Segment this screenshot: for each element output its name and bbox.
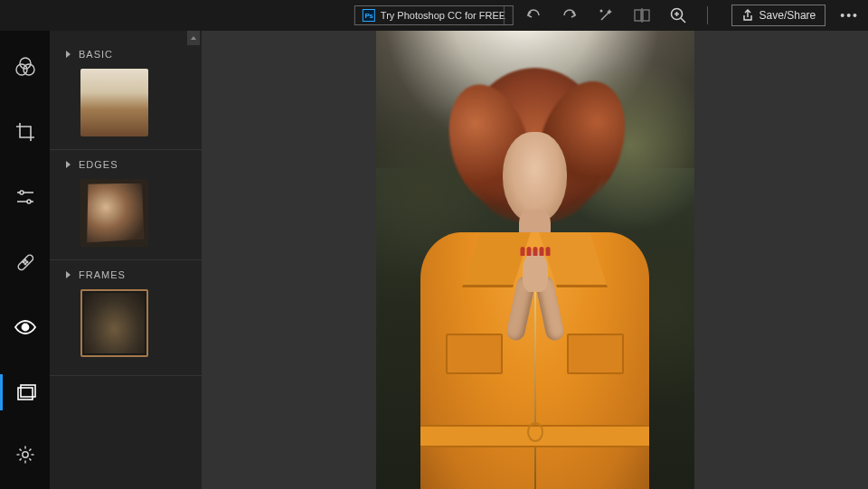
section-frames: FRAMES bbox=[50, 259, 202, 370]
top-right-controls: Save/Share ••• bbox=[493, 0, 859, 31]
svg-marker-25 bbox=[191, 36, 196, 40]
effects-panel: BASIC EDGES FRAMES bbox=[50, 31, 202, 489]
svg-rect-3 bbox=[643, 10, 649, 21]
canvas-area[interactable] bbox=[202, 31, 868, 489]
eye-icon bbox=[14, 319, 37, 335]
thumbnail-image bbox=[80, 179, 148, 247]
settings-button[interactable] bbox=[0, 437, 50, 473]
save-share-button[interactable]: Save/Share bbox=[731, 5, 826, 26]
share-icon bbox=[741, 9, 754, 22]
section-label: BASIC bbox=[79, 49, 113, 60]
svg-point-17 bbox=[23, 261, 24, 262]
frames-tool[interactable] bbox=[0, 374, 50, 410]
svg-point-15 bbox=[27, 200, 31, 203]
looks-tool[interactable] bbox=[0, 49, 50, 85]
thumbnail-basic[interactable] bbox=[80, 69, 148, 136]
looks-icon bbox=[14, 55, 37, 79]
photoshop-promo-button[interactable]: Ps Try Photoshop CC for FREE bbox=[354, 5, 514, 25]
wand-sparkle-icon bbox=[597, 6, 615, 24]
section-label: EDGES bbox=[79, 159, 118, 170]
thumbnail-edges[interactable] bbox=[80, 179, 148, 247]
zoom-in-icon bbox=[669, 6, 687, 24]
svg-point-9 bbox=[20, 58, 31, 69]
svg-point-18 bbox=[26, 261, 27, 262]
svg-rect-16 bbox=[16, 254, 33, 271]
adjustments-tool[interactable] bbox=[0, 179, 50, 215]
panel-divider bbox=[50, 375, 202, 376]
tool-rail bbox=[0, 31, 50, 489]
svg-point-20 bbox=[24, 263, 25, 264]
more-menu-button[interactable]: ••• bbox=[840, 8, 859, 23]
separator bbox=[504, 6, 505, 24]
svg-point-13 bbox=[20, 191, 24, 194]
svg-marker-27 bbox=[66, 161, 71, 168]
undo-icon bbox=[524, 9, 542, 22]
chevron-right-icon bbox=[64, 270, 71, 279]
svg-point-11 bbox=[24, 64, 34, 75]
crop-tool[interactable] bbox=[0, 114, 50, 150]
svg-marker-26 bbox=[66, 51, 71, 58]
frames-icon bbox=[15, 382, 37, 402]
redo-icon bbox=[561, 9, 579, 22]
section-header-frames[interactable]: FRAMES bbox=[64, 269, 191, 280]
main-area: BASIC EDGES FRAMES bbox=[0, 31, 868, 489]
section-edges: EDGES bbox=[50, 149, 202, 259]
more-dots-icon: ••• bbox=[840, 8, 859, 23]
compare-button[interactable] bbox=[624, 0, 660, 31]
separator bbox=[707, 6, 708, 24]
svg-marker-28 bbox=[66, 271, 71, 278]
photoshop-logo-icon: Ps bbox=[363, 9, 375, 22]
crop-icon bbox=[14, 121, 36, 143]
panel-scroll-up[interactable] bbox=[187, 31, 200, 45]
svg-point-24 bbox=[22, 452, 27, 457]
auto-enhance-button[interactable] bbox=[588, 0, 624, 31]
section-header-edges[interactable]: EDGES bbox=[64, 159, 191, 170]
chevron-right-icon bbox=[64, 50, 71, 59]
save-share-label: Save/Share bbox=[760, 9, 816, 22]
section-basic: BASIC bbox=[50, 40, 202, 149]
redo-button[interactable] bbox=[552, 0, 588, 31]
svg-point-1 bbox=[600, 10, 602, 12]
thumbnail-frames[interactable] bbox=[80, 289, 148, 357]
compare-icon bbox=[633, 7, 651, 24]
retouch-tool[interactable] bbox=[0, 244, 50, 280]
svg-point-19 bbox=[24, 259, 25, 260]
section-header-basic[interactable]: BASIC bbox=[64, 49, 191, 60]
promo-label: Try Photoshop CC for FREE bbox=[381, 10, 505, 21]
svg-point-21 bbox=[22, 324, 28, 331]
gear-icon bbox=[14, 444, 36, 465]
thumbnail-image bbox=[80, 69, 148, 136]
zoom-button[interactable] bbox=[660, 0, 696, 31]
thumbnail-image bbox=[84, 293, 145, 353]
red-eye-tool[interactable] bbox=[0, 309, 50, 345]
chevron-up-icon bbox=[190, 35, 197, 41]
svg-line-0 bbox=[601, 12, 609, 20]
photo-preview bbox=[376, 31, 694, 489]
bandage-icon bbox=[14, 250, 37, 274]
top-bar: Ps Try Photoshop CC for FREE Save/Share … bbox=[0, 0, 868, 31]
sliders-icon bbox=[14, 188, 36, 206]
undo-button[interactable] bbox=[515, 0, 552, 31]
svg-line-6 bbox=[681, 18, 685, 23]
svg-rect-2 bbox=[635, 10, 641, 21]
section-label: FRAMES bbox=[79, 269, 126, 280]
chevron-right-icon bbox=[64, 160, 71, 169]
